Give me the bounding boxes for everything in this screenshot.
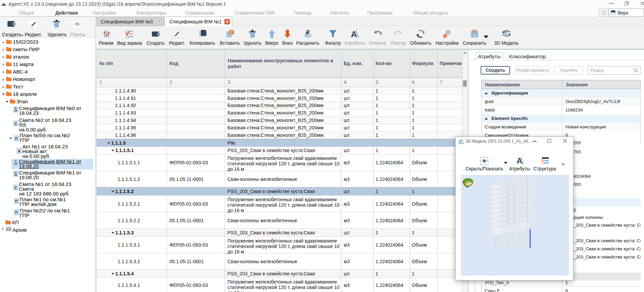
svg-text:₽: ₽ bbox=[306, 29, 310, 36]
